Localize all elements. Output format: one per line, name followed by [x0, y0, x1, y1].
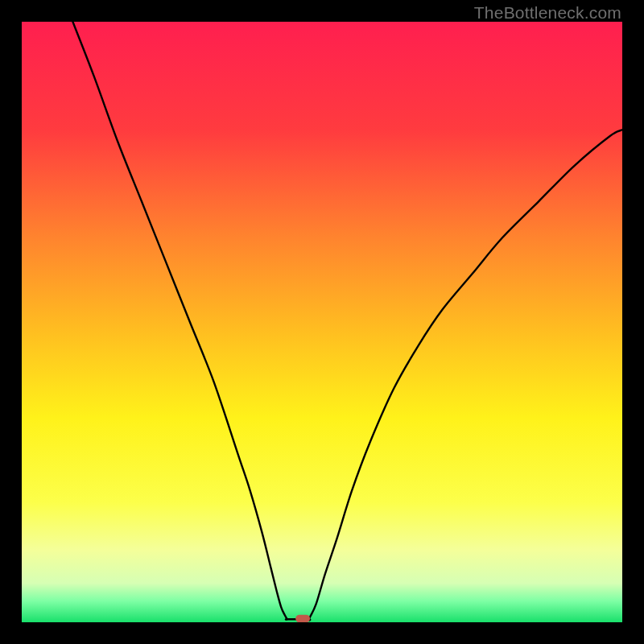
chart-svg [22, 22, 622, 622]
watermark-text: TheBottleneck.com [474, 3, 621, 23]
chart-plot-area [22, 22, 622, 622]
marker-group [295, 615, 310, 622]
chart-frame: TheBottleneck.com [0, 0, 644, 644]
min-point-marker [295, 615, 310, 622]
gradient-background [22, 22, 622, 622]
